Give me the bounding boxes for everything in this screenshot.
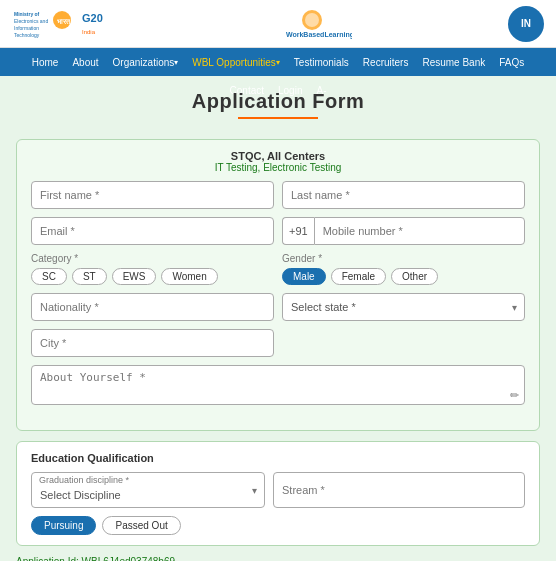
page-title: Application Form bbox=[0, 90, 556, 113]
svg-text:Technology: Technology bbox=[14, 32, 40, 38]
email-phone-row: +91 bbox=[31, 217, 525, 245]
svg-text:Ministry of: Ministry of bbox=[14, 11, 40, 17]
org-sub: IT Testing, Electronic Testing bbox=[31, 162, 525, 173]
chip-sc[interactable]: SC bbox=[31, 268, 67, 285]
svg-text:G20: G20 bbox=[82, 12, 103, 24]
phone-prefix: +91 bbox=[282, 217, 314, 245]
header-center-logo: WorkBasedLearning bbox=[272, 6, 352, 42]
svg-text:Electronics and: Electronics and bbox=[14, 18, 48, 24]
nav-home[interactable]: Home bbox=[25, 48, 66, 76]
name-row bbox=[31, 181, 525, 209]
city-input[interactable] bbox=[31, 329, 274, 357]
nationality-input[interactable] bbox=[31, 293, 274, 321]
state-field: Select state * bbox=[282, 293, 525, 321]
chip-female[interactable]: Female bbox=[331, 268, 386, 285]
pursuit-chip-passed-out[interactable]: Passed Out bbox=[102, 516, 180, 535]
pursuit-chips: Pursuing Passed Out bbox=[31, 516, 525, 535]
category-chips: SC ST EWS Women bbox=[31, 268, 274, 285]
chip-other[interactable]: Other bbox=[391, 268, 438, 285]
category-col: Category * SC ST EWS Women bbox=[31, 253, 274, 285]
india-text: IN bbox=[521, 18, 531, 29]
nav-organizations[interactable]: Organizations bbox=[106, 48, 186, 76]
first-name-field bbox=[31, 181, 274, 209]
last-name-field bbox=[282, 181, 525, 209]
nav-resume-bank[interactable]: Resume Bank bbox=[415, 48, 492, 76]
nationality-field bbox=[31, 293, 274, 321]
main-content: STQC, All Centers IT Testing, Electronic… bbox=[0, 129, 556, 561]
header: Ministry of Electronics and Information … bbox=[0, 0, 556, 48]
mobile-input[interactable] bbox=[314, 217, 525, 245]
svg-text:WorkBasedLearning: WorkBasedLearning bbox=[286, 31, 352, 39]
mei-logo: Ministry of Electronics and Information … bbox=[12, 6, 72, 42]
chip-st[interactable]: ST bbox=[72, 268, 107, 285]
chip-women[interactable]: Women bbox=[161, 268, 217, 285]
org-name: STQC, All Centers bbox=[31, 150, 525, 162]
g20-logo: G20 India bbox=[80, 6, 116, 42]
category-gender-row: Category * SC ST EWS Women Gender * Male… bbox=[31, 253, 525, 285]
navigation: Home About Organizations WBL Opportuniti… bbox=[0, 48, 556, 76]
gender-col: Gender * Male Female Other bbox=[282, 253, 525, 285]
chip-male[interactable]: Male bbox=[282, 268, 326, 285]
app-id-label: Application Id: bbox=[16, 556, 79, 561]
app-id-value[interactable]: WBL6J4ed03748b69 bbox=[82, 556, 175, 561]
first-name-input[interactable] bbox=[31, 181, 274, 209]
nav-faqs[interactable]: FAQs bbox=[492, 48, 531, 76]
email-input[interactable] bbox=[31, 217, 274, 245]
wbl-logo: WorkBasedLearning bbox=[272, 6, 352, 42]
org-header: STQC, All Centers IT Testing, Electronic… bbox=[31, 150, 525, 173]
svg-text:Information: Information bbox=[14, 25, 39, 31]
svg-text:India: India bbox=[82, 29, 96, 35]
nationality-state-row: Select state * bbox=[31, 293, 525, 321]
discipline-label: Graduation discipline * bbox=[39, 475, 129, 485]
city-row bbox=[31, 329, 525, 357]
pursuit-chip-pursuing[interactable]: Pursuing bbox=[31, 516, 96, 535]
last-name-input[interactable] bbox=[282, 181, 525, 209]
application-form-card: STQC, All Centers IT Testing, Electronic… bbox=[16, 139, 540, 431]
state-select[interactable]: Select state * bbox=[282, 293, 525, 321]
education-row: Graduation discipline * Select Disciplin… bbox=[31, 472, 525, 508]
state-select-wrapper: Select state * bbox=[282, 293, 525, 321]
title-underline bbox=[238, 117, 318, 119]
nav-wbl-opportunities[interactable]: WBL Opportunities bbox=[185, 48, 287, 76]
about-textarea[interactable] bbox=[31, 365, 525, 405]
city-field bbox=[31, 329, 274, 357]
india-logo: IN bbox=[508, 6, 544, 42]
education-section: Education Qualification Graduation disci… bbox=[16, 441, 540, 546]
discipline-select-wrapper: Graduation discipline * Select Disciplin… bbox=[31, 472, 265, 508]
edit-icon: ✏ bbox=[510, 389, 519, 402]
phone-wrapper: +91 bbox=[282, 217, 525, 245]
nav-about[interactable]: About bbox=[65, 48, 105, 76]
education-title: Education Qualification bbox=[31, 452, 525, 464]
stream-input[interactable] bbox=[273, 472, 525, 508]
about-field: ✏ bbox=[31, 365, 525, 408]
email-field bbox=[31, 217, 274, 245]
gender-label: Gender * bbox=[282, 253, 525, 264]
nav-testimonials[interactable]: Testimonials bbox=[287, 48, 356, 76]
nav-recruiters[interactable]: Recruiters bbox=[356, 48, 416, 76]
about-textarea-wrapper: ✏ bbox=[31, 365, 525, 408]
category-label: Category * bbox=[31, 253, 274, 264]
chip-ews[interactable]: EWS bbox=[112, 268, 157, 285]
header-logos-left: Ministry of Electronics and Information … bbox=[12, 6, 116, 42]
phone-field: +91 bbox=[282, 217, 525, 245]
gender-chips: Male Female Other bbox=[282, 268, 525, 285]
svg-text:भारत: भारत bbox=[57, 18, 71, 25]
application-id: Application Id: WBL6J4ed03748b69 bbox=[16, 556, 540, 561]
svg-point-12 bbox=[305, 13, 319, 27]
about-row: ✏ bbox=[31, 365, 525, 408]
